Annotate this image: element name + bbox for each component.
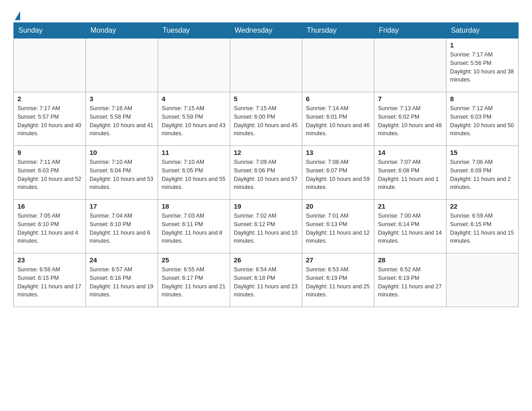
calendar-cell xyxy=(446,253,519,307)
calendar-week-row: 1Sunrise: 7:17 AM Sunset: 5:56 PM Daylig… xyxy=(14,39,519,92)
calendar-cell: 3Sunrise: 7:16 AM Sunset: 5:58 PM Daylig… xyxy=(86,92,158,146)
day-number: 27 xyxy=(306,256,370,264)
calendar-cell: 28Sunrise: 6:52 AM Sunset: 6:19 PM Dayli… xyxy=(374,253,446,307)
calendar-cell: 1Sunrise: 7:17 AM Sunset: 5:56 PM Daylig… xyxy=(446,39,519,92)
logo xyxy=(13,9,20,18)
day-number: 11 xyxy=(162,149,226,156)
day-number: 25 xyxy=(162,256,226,264)
calendar-cell: 25Sunrise: 6:55 AM Sunset: 6:17 PM Dayli… xyxy=(158,253,230,307)
calendar-week-row: 9Sunrise: 7:11 AM Sunset: 6:03 PM Daylig… xyxy=(14,146,519,200)
calendar-cell: 21Sunrise: 7:00 AM Sunset: 6:14 PM Dayli… xyxy=(374,200,446,253)
day-info: Sunrise: 7:00 AM Sunset: 6:14 PM Dayligh… xyxy=(378,212,442,245)
calendar-cell: 18Sunrise: 7:03 AM Sunset: 6:11 PM Dayli… xyxy=(158,200,230,253)
day-number: 18 xyxy=(162,202,226,210)
day-number: 9 xyxy=(17,149,82,156)
day-info: Sunrise: 7:17 AM Sunset: 5:56 PM Dayligh… xyxy=(450,51,515,84)
calendar-cell: 11Sunrise: 7:10 AM Sunset: 6:05 PM Dayli… xyxy=(158,146,230,200)
day-number: 14 xyxy=(378,149,442,156)
calendar-cell: 2Sunrise: 7:17 AM Sunset: 5:57 PM Daylig… xyxy=(14,92,86,146)
calendar-cell: 24Sunrise: 6:57 AM Sunset: 6:16 PM Dayli… xyxy=(86,253,158,307)
day-number: 17 xyxy=(90,202,154,210)
day-info: Sunrise: 7:16 AM Sunset: 5:58 PM Dayligh… xyxy=(90,104,154,138)
calendar-cell: 15Sunrise: 7:06 AM Sunset: 6:09 PM Dayli… xyxy=(446,146,519,200)
day-info: Sunrise: 6:53 AM Sunset: 6:19 PM Dayligh… xyxy=(306,265,370,299)
day-number: 15 xyxy=(450,149,515,156)
calendar-cell: 12Sunrise: 7:09 AM Sunset: 6:06 PM Dayli… xyxy=(230,146,302,200)
column-header-friday: Friday xyxy=(374,23,446,39)
day-number: 21 xyxy=(378,202,442,210)
day-number: 3 xyxy=(90,95,154,103)
day-number: 6 xyxy=(306,95,370,103)
day-number: 2 xyxy=(17,95,82,103)
calendar-cell: 16Sunrise: 7:05 AM Sunset: 6:10 PM Dayli… xyxy=(14,200,86,253)
day-number: 19 xyxy=(234,202,298,210)
day-number: 23 xyxy=(17,256,82,264)
day-number: 12 xyxy=(234,149,298,156)
day-info: Sunrise: 6:58 AM Sunset: 6:15 PM Dayligh… xyxy=(17,265,82,299)
day-info: Sunrise: 7:11 AM Sunset: 6:03 PM Dayligh… xyxy=(17,158,82,192)
day-info: Sunrise: 7:08 AM Sunset: 6:07 PM Dayligh… xyxy=(306,158,370,192)
calendar-cell xyxy=(158,39,230,92)
day-number: 5 xyxy=(234,95,298,103)
calendar-cell xyxy=(14,39,86,92)
calendar-week-row: 16Sunrise: 7:05 AM Sunset: 6:10 PM Dayli… xyxy=(14,200,519,253)
day-info: Sunrise: 6:52 AM Sunset: 6:19 PM Dayligh… xyxy=(378,265,442,299)
day-number: 16 xyxy=(17,202,82,210)
calendar-cell: 7Sunrise: 7:13 AM Sunset: 6:02 PM Daylig… xyxy=(374,92,446,146)
calendar-cell: 20Sunrise: 7:01 AM Sunset: 6:13 PM Dayli… xyxy=(302,200,374,253)
day-number: 10 xyxy=(90,149,154,156)
day-info: Sunrise: 7:17 AM Sunset: 5:57 PM Dayligh… xyxy=(17,104,82,138)
day-number: 26 xyxy=(234,256,298,264)
calendar-table: SundayMondayTuesdayWednesdayThursdayFrid… xyxy=(13,22,519,307)
column-header-sunday: Sunday xyxy=(14,23,86,39)
day-info: Sunrise: 7:06 AM Sunset: 6:09 PM Dayligh… xyxy=(450,158,515,192)
calendar-cell: 27Sunrise: 6:53 AM Sunset: 6:19 PM Dayli… xyxy=(302,253,374,307)
calendar-header-row: SundayMondayTuesdayWednesdayThursdayFrid… xyxy=(14,23,519,39)
calendar-week-row: 2Sunrise: 7:17 AM Sunset: 5:57 PM Daylig… xyxy=(14,92,519,146)
day-info: Sunrise: 7:10 AM Sunset: 6:04 PM Dayligh… xyxy=(90,158,154,192)
column-header-thursday: Thursday xyxy=(302,23,374,39)
calendar-cell: 17Sunrise: 7:04 AM Sunset: 6:10 PM Dayli… xyxy=(86,200,158,253)
calendar-cell: 5Sunrise: 7:15 AM Sunset: 6:00 PM Daylig… xyxy=(230,92,302,146)
day-info: Sunrise: 7:09 AM Sunset: 6:06 PM Dayligh… xyxy=(234,158,298,192)
day-number: 4 xyxy=(162,95,226,103)
day-number: 8 xyxy=(450,95,515,103)
calendar-cell: 6Sunrise: 7:14 AM Sunset: 6:01 PM Daylig… xyxy=(302,92,374,146)
day-info: Sunrise: 7:10 AM Sunset: 6:05 PM Dayligh… xyxy=(162,158,226,192)
day-number: 1 xyxy=(450,41,515,49)
day-number: 20 xyxy=(306,202,370,210)
day-number: 28 xyxy=(378,256,442,264)
day-info: Sunrise: 7:15 AM Sunset: 5:59 PM Dayligh… xyxy=(162,104,226,138)
calendar-cell: 8Sunrise: 7:12 AM Sunset: 6:03 PM Daylig… xyxy=(446,92,519,146)
calendar-cell: 19Sunrise: 7:02 AM Sunset: 6:12 PM Dayli… xyxy=(230,200,302,253)
calendar-cell: 26Sunrise: 6:54 AM Sunset: 6:18 PM Dayli… xyxy=(230,253,302,307)
calendar-cell: 9Sunrise: 7:11 AM Sunset: 6:03 PM Daylig… xyxy=(14,146,86,200)
day-info: Sunrise: 6:55 AM Sunset: 6:17 PM Dayligh… xyxy=(162,265,226,299)
day-info: Sunrise: 6:59 AM Sunset: 6:15 PM Dayligh… xyxy=(450,212,515,245)
day-info: Sunrise: 7:05 AM Sunset: 6:10 PM Dayligh… xyxy=(17,212,82,245)
column-header-saturday: Saturday xyxy=(446,23,519,39)
day-info: Sunrise: 7:15 AM Sunset: 6:00 PM Dayligh… xyxy=(234,104,298,138)
day-number: 22 xyxy=(450,202,515,210)
day-info: Sunrise: 7:14 AM Sunset: 6:01 PM Dayligh… xyxy=(306,104,370,138)
day-info: Sunrise: 7:01 AM Sunset: 6:13 PM Dayligh… xyxy=(306,212,370,245)
calendar-cell: 23Sunrise: 6:58 AM Sunset: 6:15 PM Dayli… xyxy=(14,253,86,307)
page-header xyxy=(13,9,519,18)
column-header-tuesday: Tuesday xyxy=(158,23,230,39)
calendar-cell: 10Sunrise: 7:10 AM Sunset: 6:04 PM Dayli… xyxy=(86,146,158,200)
calendar-cell: 22Sunrise: 6:59 AM Sunset: 6:15 PM Dayli… xyxy=(446,200,519,253)
day-info: Sunrise: 7:04 AM Sunset: 6:10 PM Dayligh… xyxy=(90,212,154,245)
day-info: Sunrise: 7:07 AM Sunset: 6:08 PM Dayligh… xyxy=(378,158,442,192)
day-info: Sunrise: 7:02 AM Sunset: 6:12 PM Dayligh… xyxy=(234,212,298,245)
day-number: 13 xyxy=(306,149,370,156)
column-header-wednesday: Wednesday xyxy=(230,23,302,39)
day-number: 7 xyxy=(378,95,442,103)
day-info: Sunrise: 7:12 AM Sunset: 6:03 PM Dayligh… xyxy=(450,104,515,138)
day-info: Sunrise: 6:57 AM Sunset: 6:16 PM Dayligh… xyxy=(90,265,154,299)
calendar-cell xyxy=(374,39,446,92)
calendar-cell: 14Sunrise: 7:07 AM Sunset: 6:08 PM Dayli… xyxy=(374,146,446,200)
day-info: Sunrise: 7:03 AM Sunset: 6:11 PM Dayligh… xyxy=(162,212,226,245)
calendar-cell xyxy=(302,39,374,92)
day-number: 24 xyxy=(90,256,154,264)
day-info: Sunrise: 7:13 AM Sunset: 6:02 PM Dayligh… xyxy=(378,104,442,138)
